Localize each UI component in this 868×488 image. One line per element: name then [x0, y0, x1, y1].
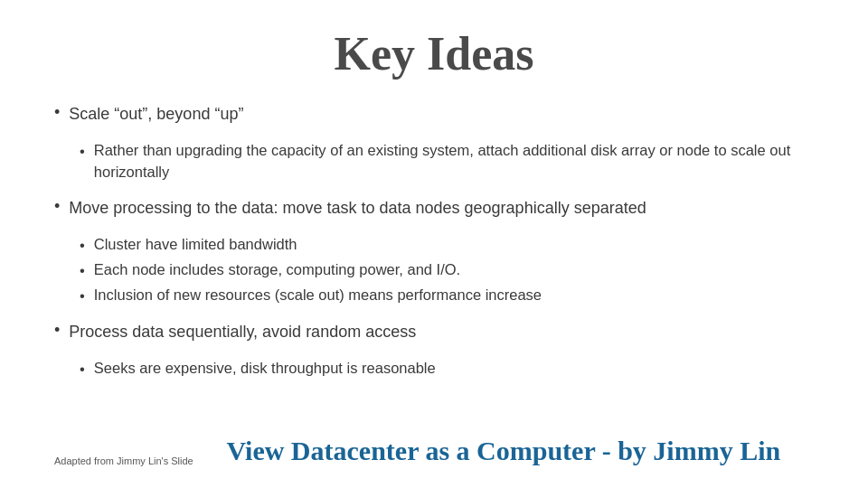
bullet-2-sub-3: • Inclusion of new resources (scale out)… [80, 285, 814, 307]
bullet-1-sub-1: • Rather than upgrading the capacity of … [80, 140, 814, 183]
bullet-2-sub-1-dot: • [80, 235, 85, 257]
bullet-2-sub-3-text: Inclusion of new resources (scale out) m… [94, 285, 542, 306]
bullet-1-subs: • Rather than upgrading the capacity of … [80, 140, 814, 183]
bullet-1-sub-1-dot: • [80, 141, 85, 163]
bullet-3-sub-1-text: Seeks are expensive, disk throughput is … [94, 358, 436, 380]
bullet-2-sub-1-text: Cluster have limited bandwidth [94, 234, 297, 256]
bullet-2-sub-2-text: Each node includes storage, computing po… [94, 259, 460, 281]
bullet-2-dot: • [54, 197, 60, 216]
adapted-label: Adapted from Jimmy Lin's Slide [54, 455, 193, 466]
bullet-2-sub-1: • Cluster have limited bandwidth [80, 234, 814, 257]
bullet-1-text: Scale “out”, beyond “up” [69, 102, 243, 126]
bullet-2-sub-2-dot: • [80, 260, 85, 282]
footer: Adapted from Jimmy Lin's Slide View Data… [54, 436, 814, 470]
slide: Key Ideas • Scale “out”, beyond “up” • R… [0, 0, 868, 488]
bullet-2-subs: • Cluster have limited bandwidth • Each … [80, 234, 814, 307]
bullet-1-sub-1-text: Rather than upgrading the capacity of an… [94, 140, 814, 183]
bullet-3-sub-1: • Seeks are expensive, disk throughput i… [80, 358, 814, 380]
bullet-1-dot: • [54, 103, 60, 122]
bullet-2: • Move processing to the data: move task… [54, 196, 814, 220]
bullet-2-text: Move processing to the data: move task t… [69, 196, 646, 220]
bullet-3-sub-1-dot: • [80, 359, 85, 380]
bullet-3-dot: • [54, 321, 60, 340]
bullet-3-text: Process data sequentially, avoid random … [69, 320, 416, 343]
slide-title: Key Ideas [54, 27, 814, 80]
bullet-3: • Process data sequentially, avoid rando… [54, 320, 814, 343]
bullet-1: • Scale “out”, beyond “up” [54, 102, 814, 126]
footer-title: View Datacenter as a Computer - by Jimmy… [193, 436, 814, 466]
bullet-2-sub-3-dot: • [80, 286, 85, 307]
bullet-3-subs: • Seeks are expensive, disk throughput i… [80, 358, 814, 380]
content-area: • Scale “out”, beyond “up” • Rather than… [54, 102, 814, 427]
bullet-2-sub-2: • Each node includes storage, computing … [80, 259, 814, 282]
